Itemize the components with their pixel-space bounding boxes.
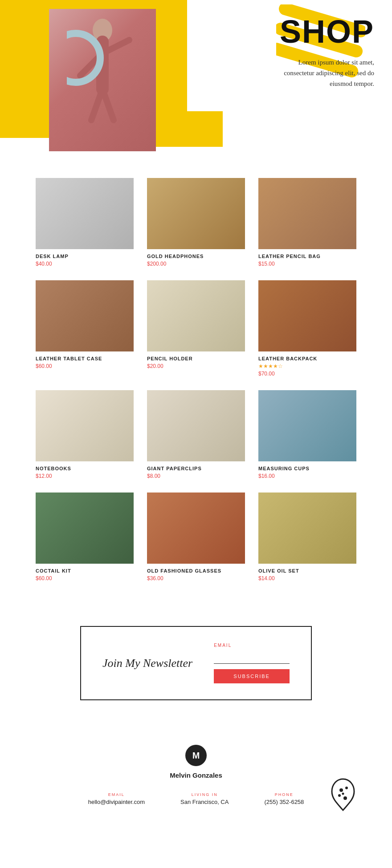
product-name: LEATHER BACKPACK	[258, 356, 356, 361]
footer-email-item: EMAIL hello@divipainter.com	[88, 792, 145, 805]
product-price: $14.00	[258, 575, 356, 581]
product-card-old-fashioned-glasses[interactable]: OLD FASHIONED GLASSES $36.00	[147, 493, 245, 581]
svg-point-14	[342, 793, 344, 795]
footer-location-item: LIVING IN San Francisco, CA	[180, 792, 229, 805]
footer-contacts: EMAIL hello@divipainter.com LIVING IN Sa…	[36, 792, 356, 805]
product-card-desk-lamp[interactable]: DESK LAMP $40.00	[36, 178, 134, 267]
product-card-leather-pencil-bag[interactable]: LEATHER PENCIL BAG $15.00	[258, 178, 356, 267]
product-image-inner	[36, 493, 134, 564]
product-name: DESK LAMP	[36, 254, 134, 259]
product-image	[258, 493, 356, 564]
svg-point-10	[339, 788, 343, 792]
product-image-inner	[147, 493, 245, 564]
footer-location-label: LIVING IN	[192, 792, 218, 797]
product-card-notebooks[interactable]: NOTEBOOKS $12.00	[36, 390, 134, 479]
svg-point-13	[343, 796, 347, 800]
footer-phone-value: (255) 352-6258	[264, 799, 304, 805]
product-image-inner	[147, 280, 245, 351]
product-image	[36, 178, 134, 249]
newsletter-form: EMAIL SUBSCRIBE	[214, 643, 290, 683]
svg-point-11	[345, 787, 348, 789]
svg-line-8	[102, 89, 114, 120]
product-image	[147, 178, 245, 249]
product-image	[147, 390, 245, 461]
product-image	[147, 493, 245, 564]
hero-section: SHOP Lorem ipsum dolor sit amet, consect…	[0, 0, 392, 160]
newsletter-email-input[interactable]	[214, 653, 290, 664]
product-price: $200.00	[147, 261, 245, 267]
product-image-inner	[147, 390, 245, 461]
footer-phone-item: PHONE (255) 352-6258	[264, 792, 304, 805]
product-image-inner	[36, 178, 134, 249]
hero-title-block: SHOP Lorem ipsum dolor sit amet, consect…	[276, 13, 374, 89]
product-stars: ★★★★☆	[258, 363, 356, 370]
products-grid: DESK LAMP $40.00 GOLD HEADPHONES $200.00…	[36, 178, 356, 581]
product-image	[36, 280, 134, 351]
hero-photo	[49, 9, 156, 151]
product-image	[258, 178, 356, 249]
product-card-gold-headphones[interactable]: GOLD HEADPHONES $200.00	[147, 178, 245, 267]
product-image-inner	[36, 390, 134, 461]
product-card-coctail-kit[interactable]: COCTAIL KIT $60.00	[36, 493, 134, 581]
footer-logo	[330, 777, 356, 814]
product-name: GIANT PAPERCLIPS	[147, 466, 245, 471]
product-card-leather-backpack[interactable]: LEATHER BACKPACK ★★★★☆ $70.00	[258, 280, 356, 377]
product-price: $20.00	[147, 363, 245, 369]
product-card-olive-oil-set[interactable]: OLIVE OIL SET $14.00	[258, 493, 356, 581]
product-image-inner	[147, 178, 245, 249]
product-image-inner	[258, 493, 356, 564]
product-price: $60.00	[36, 575, 134, 581]
product-name: OLIVE OIL SET	[258, 568, 356, 573]
product-image	[147, 280, 245, 351]
product-card-measuring-cups[interactable]: MEASURING CUPS $16.00	[258, 390, 356, 479]
hero-description: Lorem ipsum dolor sit amet, consectetur …	[276, 57, 374, 89]
product-name: LEATHER TABLET CASE	[36, 356, 134, 361]
product-name: NOTEBOOKS	[36, 466, 134, 471]
product-name: LEATHER PENCIL BAG	[258, 254, 356, 259]
products-section: DESK LAMP $40.00 GOLD HEADPHONES $200.00…	[0, 160, 392, 599]
product-image	[36, 390, 134, 461]
product-name: PENCIL HOLDER	[147, 356, 245, 361]
hero-person-illustration	[67, 13, 138, 147]
product-name: OLD FASHIONED GLASSES	[147, 568, 245, 573]
product-price: $40.00	[36, 261, 134, 267]
newsletter-title: Join My Newsletter	[102, 656, 192, 671]
newsletter-email-label: EMAIL	[214, 643, 290, 648]
product-name: MEASURING CUPS	[258, 466, 356, 471]
footer-section: M Melvin Gonzales EMAIL hello@divipainte…	[0, 727, 392, 832]
svg-line-7	[91, 89, 102, 120]
product-image	[36, 493, 134, 564]
footer-avatar: M	[185, 745, 207, 766]
newsletter-box: Join My Newsletter EMAIL SUBSCRIBE	[80, 626, 312, 700]
product-image-inner	[258, 280, 356, 351]
hero-title: SHOP	[276, 13, 374, 50]
footer-email-label: EMAIL	[108, 792, 125, 797]
product-card-giant-paperclips[interactable]: GIANT PAPERCLIPS $8.00	[147, 390, 245, 479]
svg-point-12	[338, 794, 341, 797]
newsletter-section: Join My Newsletter EMAIL SUBSCRIBE	[0, 599, 392, 727]
product-image	[258, 280, 356, 351]
footer-name: Melvin Gonzales	[36, 771, 356, 779]
product-price: $16.00	[258, 473, 356, 479]
newsletter-subscribe-button[interactable]: SUBSCRIBE	[214, 669, 290, 683]
product-name: GOLD HEADPHONES	[147, 254, 245, 259]
product-price: $12.00	[36, 473, 134, 479]
product-image	[258, 390, 356, 461]
footer-phone-label: PHONE	[275, 792, 294, 797]
product-image-inner	[36, 280, 134, 351]
product-price: $15.00	[258, 261, 356, 267]
product-name: COCTAIL KIT	[36, 568, 134, 573]
footer-location-value: San Francisco, CA	[180, 799, 229, 805]
product-image-inner	[258, 178, 356, 249]
product-price: $36.00	[147, 575, 245, 581]
product-price: $8.00	[147, 473, 245, 479]
product-image-inner	[258, 390, 356, 461]
product-card-pencil-holder[interactable]: PENCIL HOLDER $20.00	[147, 280, 245, 377]
product-price: $70.00	[258, 371, 356, 377]
footer-email-value: hello@divipainter.com	[88, 799, 145, 805]
product-price: $60.00	[36, 363, 134, 369]
product-card-leather-tablet-case[interactable]: LEATHER TABLET CASE $60.00	[36, 280, 134, 377]
